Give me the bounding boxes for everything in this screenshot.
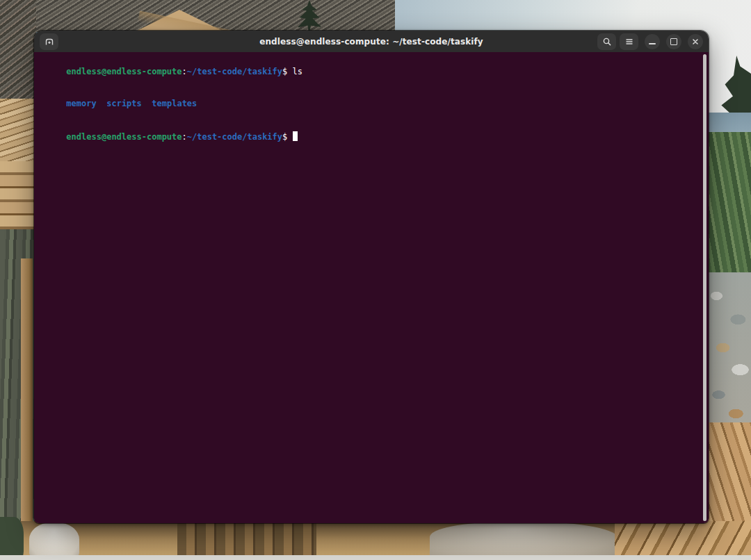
dir-memory: memory (66, 99, 96, 108)
menu-button[interactable] (620, 33, 638, 50)
wallpaper-twigs-left (0, 0, 36, 103)
prompt-user-host: endless@endless-compute (66, 67, 181, 76)
maximize-button[interactable] (666, 34, 681, 49)
search-icon (601, 36, 613, 47)
wallpaper-boulder (430, 522, 619, 560)
prompt-path: ~/test-code/taskify (187, 67, 282, 76)
prompt-symbol: $ (282, 132, 292, 142)
search-button[interactable] (597, 33, 616, 50)
minimize-icon (649, 43, 656, 44)
terminal-prompt-line-current: endless@endless-compute:~/test-code/task… (36, 121, 706, 154)
dir-scripts: scripts (106, 99, 142, 108)
command-text: ls (293, 67, 302, 76)
wallpaper-shingles (0, 99, 36, 164)
wallpaper-carved-figure (29, 522, 79, 560)
new-tab-button[interactable] (40, 33, 58, 50)
close-button[interactable] (688, 34, 703, 49)
wallpaper-wood-post (21, 258, 33, 524)
minimize-button[interactable] (645, 34, 660, 49)
ls-output-line: memoryscriptstemplates (36, 88, 706, 121)
wallpaper-plant (0, 517, 24, 560)
close-icon (691, 38, 700, 46)
terminal-cursor (293, 131, 298, 141)
wallpaper-logs (0, 161, 36, 232)
prompt-symbol: $ (282, 67, 292, 76)
terminal-window: endless@endless-compute: ~/test-code/tas… (34, 31, 709, 523)
terminal-screen[interactable]: endless@endless-compute:~/test-code/task… (34, 52, 709, 523)
maximize-icon (670, 38, 677, 45)
hamburger-menu-icon (624, 36, 635, 47)
wallpaper-light-band (0, 555, 751, 560)
prompt-separator: : (182, 132, 187, 142)
wallpaper-slats (177, 521, 316, 560)
prompt-user-host: endless@endless-compute (66, 132, 181, 142)
scrollbar[interactable] (703, 54, 706, 521)
terminal-prompt-line: endless@endless-compute:~/test-code/task… (36, 56, 706, 88)
wallpaper-forest (708, 132, 751, 277)
headerbar[interactable]: endless@endless-compute: ~/test-code/tas… (34, 31, 709, 52)
prompt-path: ~/test-code/taskify (187, 132, 282, 142)
wallpaper-crates (615, 521, 751, 560)
prompt-separator: : (182, 67, 187, 76)
dir-templates: templates (152, 99, 197, 108)
new-tab-icon (44, 36, 55, 47)
wallpaper-rocks (708, 272, 751, 429)
